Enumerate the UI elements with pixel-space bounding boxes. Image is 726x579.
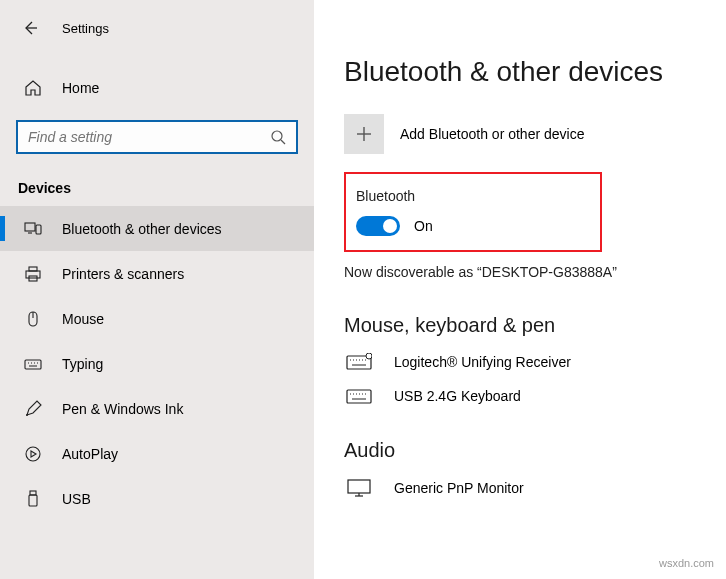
svg-rect-7 (29, 267, 37, 271)
home-nav[interactable]: Home (0, 70, 314, 106)
device-item[interactable]: Logitech® Unifying Receiver (344, 353, 706, 371)
discoverable-text: Now discoverable as “DESKTOP-G83888A” (344, 264, 706, 280)
svg-rect-11 (25, 360, 41, 369)
page-title: Bluetooth & other devices (344, 56, 706, 88)
nav-item-autoplay[interactable]: AutoPlay (0, 431, 314, 476)
add-device-label: Add Bluetooth or other device (400, 126, 584, 142)
nav-item-pen[interactable]: Pen & Windows Ink (0, 386, 314, 431)
device-label: Generic PnP Monitor (394, 480, 524, 496)
main-content: Bluetooth & other devices Add Bluetooth … (314, 0, 726, 579)
subheading-mouse-keyboard: Mouse, keyboard & pen (344, 314, 706, 337)
pen-icon (24, 400, 42, 418)
nav-label: Bluetooth & other devices (62, 221, 222, 237)
window-header: Settings (0, 0, 314, 38)
svg-rect-32 (347, 390, 371, 403)
bluetooth-toggle-state: On (414, 218, 433, 234)
bluetooth-toggle[interactable] (356, 216, 400, 236)
nav-label: USB (62, 491, 91, 507)
svg-rect-3 (25, 223, 35, 231)
nav-item-printers[interactable]: Printers & scanners (0, 251, 314, 296)
keyboard-icon (344, 387, 374, 405)
nav-item-typing[interactable]: Typing (0, 341, 314, 386)
keyboard-icon (344, 353, 374, 371)
nav-label: AutoPlay (62, 446, 118, 462)
bluetooth-highlight-box: Bluetooth On (344, 172, 602, 252)
svg-point-18 (26, 447, 40, 461)
back-button[interactable] (20, 18, 40, 38)
sidebar: Settings Home Devices Bluetooth & other … (0, 0, 314, 579)
home-label: Home (62, 80, 99, 96)
home-icon (24, 79, 42, 97)
add-device-button[interactable]: Add Bluetooth or other device (344, 114, 706, 154)
svg-rect-6 (26, 271, 40, 278)
bluetooth-toggle-row: On (356, 216, 584, 236)
nav-label: Mouse (62, 311, 104, 327)
svg-rect-4 (36, 225, 41, 234)
nav-label: Printers & scanners (62, 266, 184, 282)
usb-icon (24, 490, 42, 508)
svg-rect-19 (30, 491, 36, 495)
monitor-icon (344, 478, 374, 498)
device-label: USB 2.4G Keyboard (394, 388, 521, 404)
printer-icon (24, 265, 42, 283)
subheading-audio: Audio (344, 439, 706, 462)
keyboard-icon (24, 355, 42, 373)
mouse-icon (24, 310, 42, 328)
section-header: Devices (0, 154, 314, 206)
device-item[interactable]: USB 2.4G Keyboard (344, 387, 706, 405)
device-item[interactable]: Generic PnP Monitor (344, 478, 706, 498)
window-title: Settings (62, 21, 109, 36)
bluetooth-heading: Bluetooth (356, 188, 584, 204)
devices-icon (24, 220, 42, 238)
svg-point-1 (272, 131, 282, 141)
svg-point-31 (366, 353, 372, 359)
nav-item-bluetooth[interactable]: Bluetooth & other devices (0, 206, 314, 251)
svg-point-17 (26, 414, 28, 416)
watermark: wsxdn.com (659, 557, 714, 569)
svg-rect-20 (29, 495, 37, 506)
search-input[interactable] (28, 129, 270, 145)
nav-list: Bluetooth & other devices Printers & sca… (0, 206, 314, 521)
device-label: Logitech® Unifying Receiver (394, 354, 571, 370)
nav-item-mouse[interactable]: Mouse (0, 296, 314, 341)
nav-label: Typing (62, 356, 103, 372)
search-icon (270, 129, 286, 145)
autoplay-icon (24, 445, 42, 463)
arrow-left-icon (22, 20, 38, 36)
search-input-container[interactable] (16, 120, 298, 154)
nav-item-usb[interactable]: USB (0, 476, 314, 521)
svg-rect-40 (348, 480, 370, 493)
nav-label: Pen & Windows Ink (62, 401, 183, 417)
svg-line-2 (281, 140, 285, 144)
plus-icon (344, 114, 384, 154)
